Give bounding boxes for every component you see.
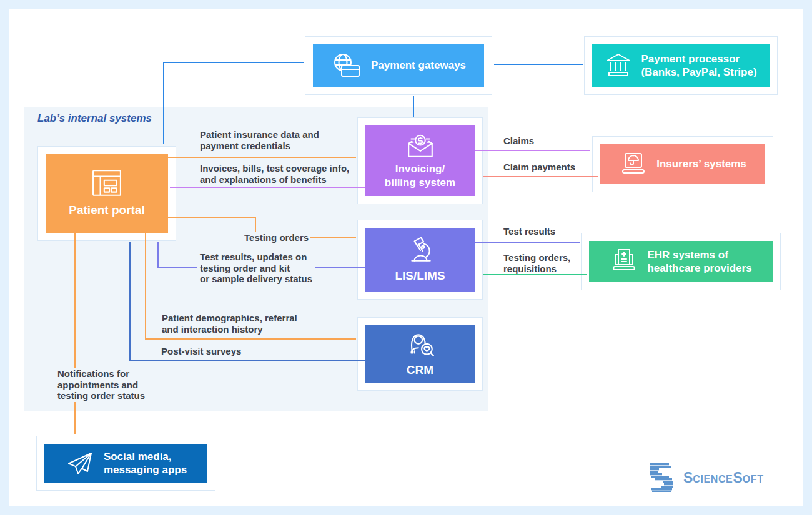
label-line: testing order status [57, 390, 145, 401]
edge-label-testing-orders: Testing orders [244, 232, 309, 243]
ehr-label-line1: EHR systems of [647, 248, 751, 262]
label-line: Notifications for [57, 368, 145, 380]
browser-window-icon [92, 169, 122, 197]
lis-lims-box: LIS/LIMS [365, 228, 475, 292]
node-payment-processor: Payment processor (Banks, PayPal, Stripe… [584, 36, 778, 95]
payment-gateways-label: Payment gateways [371, 59, 466, 72]
invoicing-billing-label: Invoicing/ billing system [385, 162, 455, 189]
logo-letter: S [683, 469, 693, 486]
ehr-systems-box: EHR systems of healthcare providers [589, 241, 773, 282]
logo-letter: S [733, 469, 742, 486]
node-lis-lims: LIS/LIMS [357, 220, 483, 300]
label-line: or sample delivery status [200, 273, 312, 285]
label-line: Patient insurance data and [200, 129, 319, 140]
label-line: and explanations of benefits [200, 174, 349, 185]
edge-label-testing-orders-requisitions: Testing orders, requisitions [503, 252, 570, 274]
label-line: testing order and kit [200, 263, 312, 274]
customer-heart-magnifier-icon [405, 331, 435, 360]
node-payment-gateways: Payment gateways [305, 36, 492, 95]
edge-label-patient-demographics: Patient demographics, referral and inter… [162, 313, 297, 335]
node-insurers-systems: Insurers’ systems [592, 136, 773, 192]
label-line: Test results, updates on [200, 252, 312, 263]
edge-label-claim-payments: Claim payments [503, 162, 575, 173]
lab-container-label: Lab’s internal systems [37, 112, 152, 125]
microscope-icon [406, 236, 435, 265]
social-label-line1: Social media, [104, 450, 187, 463]
node-patient-portal: Patient portal [37, 146, 176, 241]
label-line: appointments and [57, 380, 145, 391]
edge-label-claims: Claims [503, 135, 534, 147]
edge-label-test-results: Test results [503, 226, 555, 237]
social-media-box: Social media, messaging apps [44, 444, 207, 483]
payment-processor-label-line2: (Banks, PayPal, Stripe) [641, 66, 756, 79]
edge-label-patient-insurance: Patient insurance data and payment crede… [200, 129, 319, 151]
laptop-ehr-document-icon [610, 248, 638, 275]
node-crm: CRM [357, 317, 483, 391]
label-line: requisitions [503, 263, 570, 275]
label-line: Claim payments [503, 162, 575, 173]
payment-gateways-box: Payment gateways [313, 44, 484, 87]
edge-label-test-results-updates: Test results, updates on testing order a… [197, 251, 315, 285]
crm-box: CRM [365, 325, 475, 383]
label-line: Claims [503, 135, 534, 147]
invoice-envelope-icon [405, 132, 435, 159]
label-line: Test results [503, 226, 555, 237]
node-social-media: Social media, messaging apps [36, 436, 215, 491]
edge-label-post-visit-surveys: Post-visit surveys [161, 346, 241, 357]
insurers-systems-box: Insurers’ systems [600, 144, 765, 184]
social-label-line2: messaging apps [104, 463, 187, 476]
patient-portal-box: Patient portal [46, 154, 168, 233]
label-line: Invoices, bills, test coverage info, [200, 163, 349, 174]
edge-label-invoices: Invoices, bills, test coverage info, and… [200, 163, 349, 185]
sciencesoft-logo-text: SCIENCESOFT [683, 469, 764, 486]
label-line: payment credentials [200, 140, 319, 152]
invoicing-label-line2: billing system [385, 176, 455, 189]
lis-lims-label: LIS/LIMS [395, 268, 445, 283]
crm-label: CRM [407, 363, 433, 378]
label-line: Patient demographics, referral [162, 313, 297, 324]
globe-card-icon [331, 52, 362, 79]
label-line: Testing orders [244, 232, 309, 243]
invoicing-label-line1: Invoicing/ [385, 162, 455, 175]
ehr-label-line2: healthcare providers [647, 262, 751, 275]
payment-processor-box: Payment processor (Banks, PayPal, Stripe… [592, 44, 770, 87]
label-line: and interaction history [162, 324, 297, 335]
node-ehr-systems: EHR systems of healthcare providers [581, 233, 781, 290]
payment-processor-label: Payment processor (Banks, PayPal, Stripe… [641, 52, 756, 79]
laptop-umbrella-icon [619, 152, 648, 177]
bank-icon [605, 52, 632, 79]
payment-processor-label-line1: Payment processor [641, 52, 756, 66]
ehr-systems-label: EHR systems of healthcare providers [647, 248, 751, 275]
node-invoicing-billing: Invoicing/ billing system [357, 117, 483, 204]
label-line: Post-visit surveys [161, 346, 241, 357]
patient-portal-label: Patient portal [69, 203, 144, 218]
logo-letters: CIENCE [693, 474, 733, 484]
paper-plane-icon [65, 449, 95, 477]
sciencesoft-logo: SCIENCESOFT [650, 463, 764, 492]
edge-label-notifications: Notifications for appointments and testi… [55, 368, 147, 402]
sciencesoft-logo-icon [650, 463, 677, 492]
logo-letters: OFT [743, 474, 764, 484]
invoicing-billing-box: Invoicing/ billing system [365, 125, 475, 196]
page-background: { "container": { "label": "Lab’s interna… [0, 0, 812, 515]
social-media-label: Social media, messaging apps [104, 450, 187, 477]
label-line: Testing orders, [503, 252, 570, 263]
insurers-systems-label: Insurers’ systems [656, 157, 746, 170]
